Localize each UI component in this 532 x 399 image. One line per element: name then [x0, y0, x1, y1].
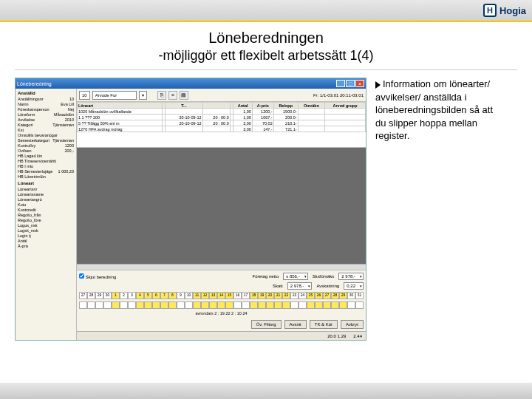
calendar-day[interactable]: [274, 301, 282, 309]
calendar-day[interactable]: [95, 301, 103, 309]
calendar-day[interactable]: 13: [209, 292, 217, 299]
calendar-day[interactable]: 19: [258, 292, 266, 299]
calendar-day[interactable]: 30: [103, 292, 112, 299]
calendar-day[interactable]: 10: [185, 292, 193, 299]
calendar-day[interactable]: 9: [177, 292, 185, 299]
sidebar-row: Ovifsen200,-: [17, 148, 75, 153]
employee-name-select[interactable]: Arvode For: [92, 91, 137, 100]
calendar-day[interactable]: [250, 301, 258, 309]
calendar-day[interactable]: 6: [152, 292, 160, 299]
calendar-day[interactable]: 18: [250, 292, 258, 299]
pay-items-grid[interactable]: LöneartT...AntalA-prisBeloppOmräknArvod …: [77, 102, 366, 148]
sidebar-row: HB Semesterlojäge1 000,20: [17, 168, 75, 174]
calendar-day[interactable]: 29: [95, 292, 103, 299]
calendar-day[interactable]: [177, 301, 185, 309]
minimize-button[interactable]: _: [336, 80, 345, 87]
calendar-day[interactable]: [282, 301, 290, 309]
calendar-day[interactable]: [209, 301, 217, 309]
toolbar-icon-2[interactable]: ≡: [168, 91, 177, 100]
calendar-strip-row2[interactable]: [79, 301, 364, 309]
calendar-day[interactable]: 29: [339, 292, 347, 299]
calendar-day[interactable]: [299, 301, 307, 309]
calendar-day[interactable]: 28: [331, 292, 339, 299]
section-button[interactable]: Avsnit: [284, 320, 307, 329]
calendar-day[interactable]: [347, 301, 355, 309]
calendar-day[interactable]: 8: [168, 292, 177, 299]
table-row[interactable]: 5 ?? Tillägg 50% enl m20-10-09-1220 : 00…: [78, 120, 366, 126]
calendar-day[interactable]: [217, 301, 225, 309]
calendar-day[interactable]: 11: [193, 292, 201, 299]
sidebar-row: Á-pris: [17, 243, 75, 248]
toolbar-icon-1[interactable]: ⎘: [157, 91, 166, 100]
dropdown-arrow[interactable]: ▾: [139, 91, 147, 100]
calendar-day[interactable]: [79, 301, 87, 309]
calendar-day[interactable]: [355, 301, 364, 309]
calendar-day[interactable]: [266, 301, 274, 309]
calendar-day[interactable]: 1: [112, 292, 120, 299]
complete-checkbox[interactable]: Skjut beredning: [79, 273, 116, 279]
calendar-day[interactable]: 7: [160, 292, 168, 299]
total-value[interactable]: 2 978,-: [338, 273, 364, 280]
calendar-day[interactable]: [120, 301, 128, 309]
calendar-day[interactable]: [185, 301, 193, 309]
calendar-day[interactable]: [225, 301, 233, 309]
calendar-day[interactable]: 12: [201, 292, 209, 299]
table-row[interactable]: 1020 Månadslön ovillkallande1,001200,-19…: [78, 109, 366, 115]
calendar-day[interactable]: 25: [307, 292, 315, 299]
employee-number-select[interactable]: 10: [79, 91, 90, 100]
filter-button[interactable]: Öv. Filtsrg: [251, 320, 282, 329]
calendar-day[interactable]: [258, 301, 266, 309]
calendar-day[interactable]: [168, 301, 177, 309]
calendar-day[interactable]: [290, 301, 299, 309]
calendar-day[interactable]: 2: [120, 292, 128, 299]
calendar-day[interactable]: [307, 301, 315, 309]
horizontal-scrollbar[interactable]: [77, 264, 366, 270]
calendar-day[interactable]: 16: [233, 292, 242, 299]
calendar-day[interactable]: [201, 301, 209, 309]
calendar-day[interactable]: 30: [347, 292, 355, 299]
cancel-button[interactable]: Avbryt: [341, 320, 364, 329]
calendar-day[interactable]: 14: [217, 292, 225, 299]
calendar-day[interactable]: 20: [266, 292, 274, 299]
calendar-day[interactable]: [339, 301, 347, 309]
maximize-button[interactable]: □: [346, 80, 355, 87]
calendar-day[interactable]: 31: [355, 292, 364, 299]
close-button[interactable]: ×: [355, 80, 364, 87]
calendar-day[interactable]: [128, 301, 136, 309]
tax-value[interactable]: 2 978,-: [287, 282, 313, 290]
calendar-day[interactable]: 28: [87, 292, 95, 299]
calendar-day[interactable]: 27: [79, 292, 87, 299]
calendar-day[interactable]: [160, 301, 168, 309]
calendar-day[interactable]: [136, 301, 144, 309]
calendar-day[interactable]: 15: [225, 292, 233, 299]
calendar-day[interactable]: 3: [128, 292, 136, 299]
net-value[interactable]: s 856,-: [283, 273, 307, 280]
calendar-day[interactable]: 26: [315, 292, 323, 299]
calendar-day[interactable]: 4: [136, 292, 144, 299]
calendar-day[interactable]: [112, 301, 120, 309]
table-row[interactable]: 1270 HFA avdrag mdrag3,00147,-721.1-: [78, 126, 366, 132]
calendar-day[interactable]: [242, 301, 250, 309]
sidebar-row: HB Timeservicemählt: [17, 158, 75, 163]
calendar-strip[interactable]: 2728293012345678910111213141516171819202…: [79, 292, 364, 299]
calendar-day[interactable]: [144, 301, 152, 309]
toolbar-icon-3[interactable]: ▤: [180, 91, 188, 100]
calendar-day[interactable]: 5: [144, 292, 152, 299]
calendar-day[interactable]: 22: [282, 292, 290, 299]
calendar-day[interactable]: 24: [299, 292, 307, 299]
calendar-day[interactable]: [87, 301, 95, 309]
rounding-value[interactable]: 0,22: [344, 282, 364, 290]
calendar-day[interactable]: [315, 301, 323, 309]
calendar-day[interactable]: [103, 301, 112, 309]
calendar-day[interactable]: [193, 301, 201, 309]
calendar-day[interactable]: [152, 301, 160, 309]
calendar-day[interactable]: [233, 301, 242, 309]
calendar-day[interactable]: [323, 301, 331, 309]
calendar-day[interactable]: 27: [323, 292, 331, 299]
table-row[interactable]: 1 1 ??? 20020-10-09-1220 : 00.01,001067,…: [78, 115, 366, 120]
calendar-day[interactable]: 23: [290, 292, 299, 299]
calendar-day[interactable]: [331, 301, 339, 309]
calendar-day[interactable]: 21: [274, 292, 282, 299]
run-button[interactable]: TK & Kör: [310, 320, 338, 329]
calendar-day[interactable]: 17: [242, 292, 250, 299]
